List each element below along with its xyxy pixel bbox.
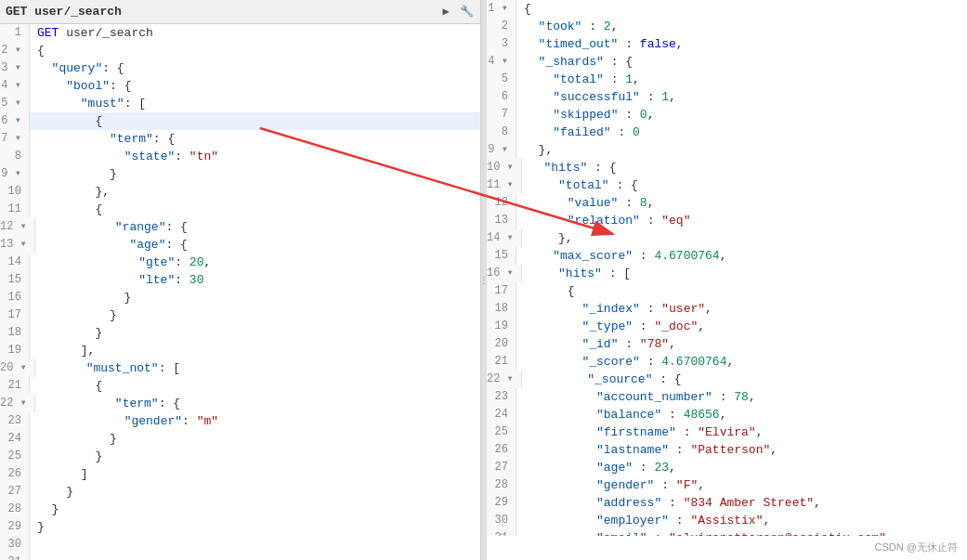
code-line: 3 "timed_out" : false, (487, 35, 967, 53)
left-panel: GET user/_search ▶ 🔧 1 GET user/_search … (0, 0, 481, 560)
header-icons: ▶ 🔧 (438, 4, 475, 20)
code-line: 22 ▾ "term": { (0, 395, 480, 412)
code-line: 21 "_score" : 4.6700764, (487, 353, 967, 371)
code-line: 14 ▾ }, (487, 229, 967, 247)
code-line: 31 "email" : "elvirapatterson@assistix.c… (487, 529, 967, 536)
code-line: 22 ▾ "_source" : { (487, 371, 967, 388)
code-line: 6 "successful" : 1, (487, 88, 967, 106)
left-panel-header: GET user/_search ▶ 🔧 (0, 0, 480, 24)
code-line: 25 } (0, 448, 480, 465)
code-line: 3 ▾ "query": { (0, 59, 480, 77)
run-icon[interactable]: ▶ (438, 4, 454, 20)
code-line: 19 ], (0, 342, 480, 359)
code-line: 9 ▾ }, (487, 141, 967, 159)
code-line: 26 ] (0, 465, 480, 483)
code-line: 1 ▾ { (487, 0, 967, 18)
code-line: 19 "_type" : "_doc", (487, 318, 967, 335)
code-line: 27 "age" : 23, (487, 459, 967, 476)
code-line: 15 "max_score" : 4.6700764, (487, 247, 967, 265)
left-code-area: 1 GET user/_search 2 ▾ { 3 ▾ "query": { … (0, 24, 480, 560)
code-line: 5 ▾ "must": [ (0, 95, 480, 112)
code-line: 30 "employer" : "Assistix", (487, 512, 967, 529)
code-line: 17 { (487, 282, 967, 300)
code-line: 4 ▾ "_shards" : { (487, 53, 967, 71)
code-line: 2 "took" : 2, (487, 18, 967, 35)
code-line: 17 } (0, 306, 480, 324)
watermark: CSDN @无休止符 (875, 540, 958, 554)
code-line: 25 "firstname" : "Elvira", (487, 423, 967, 441)
code-line: 8 "state": "tn" (0, 148, 480, 165)
code-line: 26 "lastname" : "Patterson", (487, 441, 967, 459)
right-code-area: 1 ▾ { 2 "took" : 2, 3 "timed_out" : fals… (487, 0, 967, 536)
code-line: 20 ▾ "must_not": [ (0, 359, 480, 377)
code-line: 15 "lte": 30 (0, 271, 480, 289)
code-line: 16 } (0, 289, 480, 306)
code-line: 29 } (0, 518, 480, 536)
code-line: 30 (0, 536, 480, 553)
left-panel-title: GET user/_search (6, 5, 122, 19)
right-panel: 1 ▾ { 2 "took" : 2, 3 "timed_out" : fals… (487, 0, 967, 560)
code-line: 5 "total" : 1, (487, 71, 967, 88)
code-line: 13 "relation" : "eq" (487, 212, 967, 229)
code-line: 12 "value" : 8, (487, 194, 967, 212)
code-line: 24 } (0, 430, 480, 448)
code-line: 20 "_id" : "78", (487, 335, 967, 353)
code-line: 13 ▾ "age": { (0, 236, 480, 254)
code-line: 1 GET user/_search (0, 24, 480, 42)
code-line: 29 "address" : "834 Amber Street", (487, 494, 967, 512)
code-line: 6 ▾ { (0, 112, 480, 130)
code-line: 18 } (0, 324, 480, 342)
code-line: 7 "skipped" : 0, (487, 106, 967, 124)
code-line: 8 "failed" : 0 (487, 124, 967, 141)
code-line: 7 ▾ "term": { (0, 130, 480, 148)
code-line: 23 "gender": "m" (0, 412, 480, 430)
code-line: 9 ▾ } (0, 165, 480, 183)
code-line: 28 "gender" : "F", (487, 476, 967, 494)
code-line: 23 "account_number" : 78, (487, 388, 967, 406)
code-line: 27 } (0, 483, 480, 501)
code-line: 2 ▾ { (0, 42, 480, 59)
code-line: 21 { (0, 377, 480, 395)
code-line: 11 ▾ "total" : { (487, 176, 967, 194)
code-line: 16 ▾ "hits" : [ (487, 265, 967, 282)
wrench-icon[interactable]: 🔧 (458, 4, 475, 20)
code-line: 4 ▾ "bool": { (0, 77, 480, 95)
code-line: 28 } (0, 501, 480, 518)
code-line: 31 (0, 553, 480, 560)
code-line: 10 }, (0, 183, 480, 201)
code-line: 11 { (0, 201, 480, 218)
code-line: 24 "balance" : 48656, (487, 406, 967, 423)
code-line: 10 ▾ "hits" : { (487, 159, 967, 176)
code-line: 18 "_index" : "user", (487, 300, 967, 318)
code-line: 14 "gte": 20, (0, 254, 480, 271)
code-line: 12 ▾ "range": { (0, 218, 480, 236)
